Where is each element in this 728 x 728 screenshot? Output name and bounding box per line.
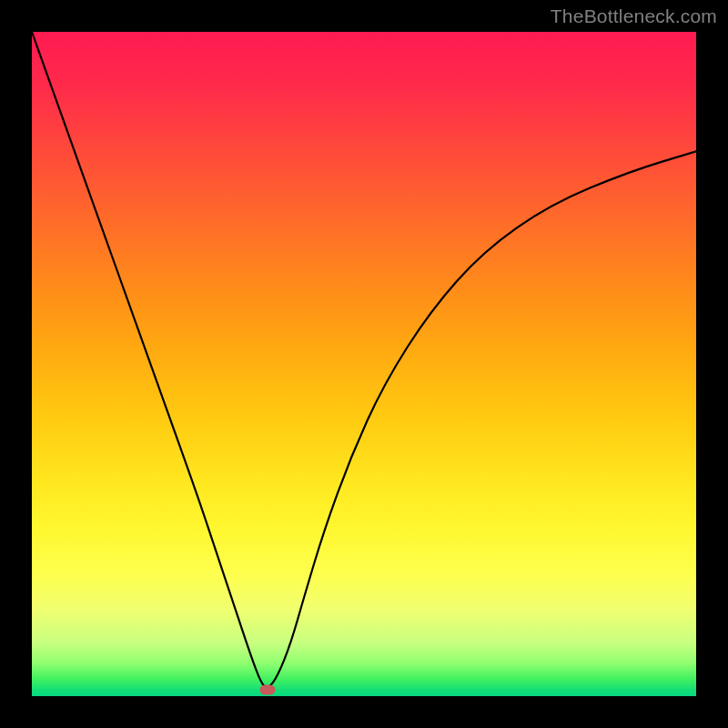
watermark-text: TheBottleneck.com	[551, 5, 717, 27]
chart-curve	[32, 32, 696, 696]
chart-plot-area	[32, 32, 696, 696]
chart-marker	[260, 684, 276, 694]
